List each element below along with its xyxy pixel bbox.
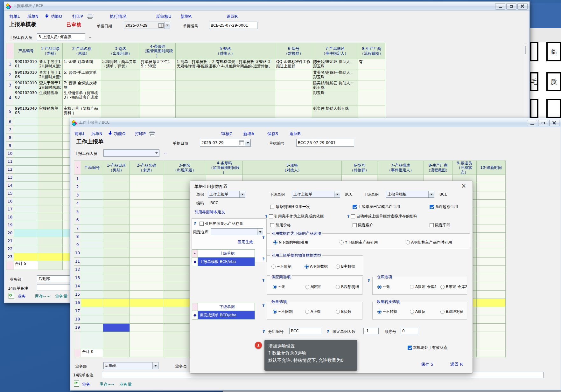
dialog-checkbox[interactable]: 限定车间 [430, 223, 450, 228]
checkbox-icon[interactable] [270, 223, 274, 227]
column-header[interactable]: 产品编号 [81, 161, 103, 175]
worker-input[interactable] [37, 33, 85, 40]
table-cell[interactable] [130, 233, 163, 241]
date-picker[interactable]: 2025-07-29 [200, 139, 251, 147]
table-cell[interactable] [38, 142, 63, 150]
scrollbar-thumb[interactable] [525, 46, 526, 54]
table-cell[interactable] [477, 307, 506, 315]
table-cell[interactable] [101, 70, 140, 80]
table-cell[interactable] [477, 324, 506, 332]
group-no-input[interactable] [289, 328, 321, 334]
radio-option[interactable]: B主数据 [336, 264, 355, 269]
column-header[interactable]: 7-产品描述 （事件指定人） [312, 43, 358, 59]
radio-icon[interactable] [271, 265, 276, 269]
minimize-button[interactable] [495, 3, 505, 10]
row-header[interactable]: 9 [6, 142, 14, 150]
dialog-checkbox[interactable]: 允许超额引用 [430, 204, 458, 210]
table-cell[interactable]: 生成销售单 [38, 90, 63, 106]
radio-option[interactable]: ~不限制 [271, 264, 291, 269]
table-cell[interactable] [81, 224, 103, 233]
table-cell[interactable] [38, 245, 63, 253]
table-cell[interactable] [103, 266, 130, 274]
menu-print[interactable]: 打印P [72, 14, 83, 19]
column-header[interactable]: 产品编号 [14, 43, 38, 59]
table-cell[interactable]: 99010201006 [14, 70, 38, 80]
doc-no-input[interactable] [209, 22, 257, 29]
save-button[interactable]: 保存 S [421, 361, 433, 367]
radio-icon[interactable] [440, 285, 445, 289]
limit-days-input[interactable] [363, 328, 379, 334]
table-cell[interactable]: 彭玉珠 [312, 90, 358, 106]
table-cell[interactable] [477, 299, 506, 307]
row-header[interactable]: 18 [74, 315, 81, 324]
row-header[interactable]: 15 [6, 189, 14, 197]
table-cell[interactable] [103, 258, 130, 266]
table-cell[interactable] [103, 183, 130, 191]
help-question-icon[interactable]: ? [262, 257, 265, 261]
menu-unaudit[interactable]: 反审核U [156, 14, 172, 19]
table-cell[interactable] [81, 175, 103, 183]
worker-more-dots[interactable]: .. [164, 150, 167, 155]
table-cell[interactable] [103, 299, 130, 307]
table-cell[interactable] [358, 70, 385, 80]
radio-option[interactable]: Y下级的主产品引用 [340, 240, 378, 245]
column-header[interactable]: - [6, 43, 14, 59]
radio-icon[interactable] [410, 310, 414, 314]
row-header[interactable]: 20 [6, 229, 14, 237]
column-header[interactable]: 9-跟进员 （完成状态） [452, 161, 477, 175]
dept-combobox[interactable]: 后勤部 [103, 362, 158, 369]
table-cell[interactable] [38, 221, 63, 229]
row-header[interactable]: 17 [6, 205, 14, 213]
table-cell[interactable] [130, 191, 163, 200]
table-cell[interactable] [140, 90, 176, 106]
radio-option[interactable]: ~无 [377, 284, 390, 290]
radio-option[interactable]: A明细数据 [305, 264, 328, 269]
table-cell[interactable] [81, 332, 103, 349]
menu-execution-status[interactable]: 执行情况 [110, 14, 126, 19]
table-cell[interactable] [176, 70, 275, 80]
row-header[interactable]: 13 [6, 174, 14, 182]
radio-icon[interactable] [336, 310, 340, 314]
table-cell[interactable] [477, 291, 506, 299]
table-cell[interactable] [103, 216, 130, 224]
script-definition-link[interactable]: 引用界面脚本定义 [194, 210, 225, 215]
menu-functions[interactable]: 功能O [51, 14, 62, 19]
checkbox-icon[interactable] [353, 205, 357, 209]
checkbox-icon[interactable] [430, 223, 434, 227]
table-cell[interactable]: 99010201001 [14, 59, 38, 70]
radio-icon[interactable] [336, 285, 340, 289]
radio-option[interactable]: A正数 [305, 309, 321, 314]
row-header[interactable]: 16 [74, 299, 81, 307]
row-header[interactable]: 5 [74, 208, 81, 216]
row-header[interactable]: 10 [74, 249, 81, 258]
titlebar[interactable]: 工作上报单 / BCC [70, 118, 561, 127]
table-cell[interactable]: 黄美琴/谢锦旺-协助人：彭玉珠 [312, 70, 358, 80]
link-business[interactable]: 业务 [18, 293, 26, 299]
dialog-checkbox[interactable]: 引用价格 [270, 223, 291, 228]
lower-doc-combobox[interactable]: 工作上报单 [292, 191, 340, 198]
table-cell[interactable] [477, 183, 506, 191]
row-header[interactable]: 17 [74, 307, 81, 315]
radio-option[interactable]: A限定-仓库1 [410, 284, 437, 290]
apply-link[interactable]: 应用生效 [238, 239, 253, 245]
worker-combobox[interactable] [103, 149, 159, 157]
table-cell[interactable] [101, 80, 140, 90]
table-cell[interactable] [38, 126, 63, 134]
table-cell[interactable] [176, 106, 275, 118]
table-cell[interactable] [14, 221, 38, 229]
link-inventory[interactable]: 库存~~ [99, 382, 115, 387]
table-cell[interactable] [103, 191, 130, 200]
menu-audit[interactable]: 审核C [221, 131, 232, 137]
radio-icon[interactable] [273, 240, 277, 244]
column-header[interactable]: 4-条形码 （监管截图时间段 ） [206, 161, 243, 175]
table-cell[interactable] [130, 332, 163, 349]
checkbox-icon[interactable] [408, 346, 412, 350]
row-header[interactable]: 12 [74, 266, 81, 274]
table-cell[interactable]: 1-清单：打单员改， 2-有规格弹簧：打单员改 无规格 3-无规格弹簧-客服跟进… [176, 59, 275, 70]
table-cell[interactable] [130, 224, 163, 233]
table-cell[interactable] [130, 324, 163, 332]
table-cell[interactable]: 99010203003 [14, 90, 38, 106]
radio-option[interactable]: B限定-仓库2 [440, 284, 467, 290]
row-header[interactable] [74, 349, 81, 357]
date-dropdown-button[interactable] [164, 22, 170, 29]
